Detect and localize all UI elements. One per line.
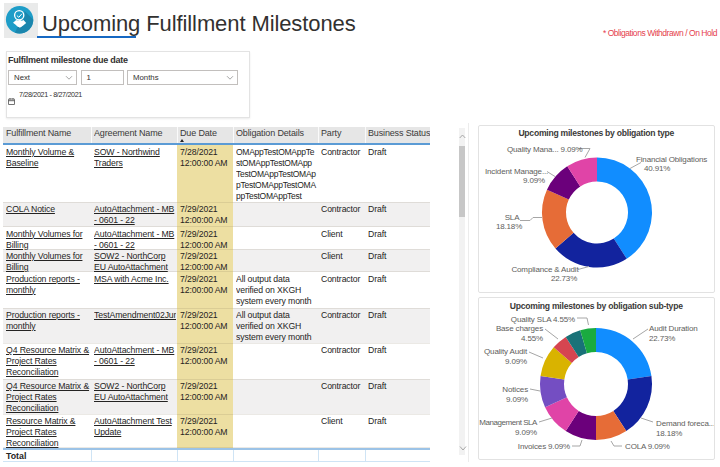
svg-text:Invoices 9.09%: Invoices 9.09% <box>518 442 570 451</box>
svg-text:Incident Manage...: Incident Manage... <box>485 166 548 175</box>
svg-text:Financial Obligations: Financial Obligations <box>636 154 707 163</box>
svg-text:Quality SLA 4.55%: Quality SLA 4.55% <box>511 315 575 324</box>
svg-text:9.09%: 9.09% <box>506 395 528 404</box>
svg-text:18.18%: 18.18% <box>496 222 522 231</box>
svg-text:COLA 9.09%: COLA 9.09% <box>625 442 670 451</box>
svg-text:9.09%: 9.09% <box>505 357 527 366</box>
svg-text:18.18%: 18.18% <box>656 429 682 438</box>
svg-text:Base charges: Base charges <box>496 324 543 333</box>
svg-text:Notices: Notices <box>502 385 528 394</box>
svg-text:Management SLA: Management SLA <box>479 418 538 427</box>
svg-text:9.09%: 9.09% <box>523 176 545 185</box>
svg-text:Audit Duration: Audit Duration <box>649 324 698 333</box>
svg-text:Compliance & Audit: Compliance & Audit <box>511 264 579 273</box>
svg-text:4.55%: 4.55% <box>521 334 543 343</box>
svg-text:22.73%: 22.73% <box>649 334 675 343</box>
svg-text:40.91%: 40.91% <box>644 164 670 173</box>
svg-text:9.09%: 9.09% <box>515 428 537 437</box>
svg-text:Demand foreca...: Demand foreca... <box>656 419 715 428</box>
svg-text:Quality Audit: Quality Audit <box>484 347 528 356</box>
svg-text:Quality Mana... 9.09%: Quality Mana... 9.09% <box>507 144 583 153</box>
svg-text:SLA: SLA <box>505 212 520 221</box>
svg-text:22.73%: 22.73% <box>551 274 577 283</box>
